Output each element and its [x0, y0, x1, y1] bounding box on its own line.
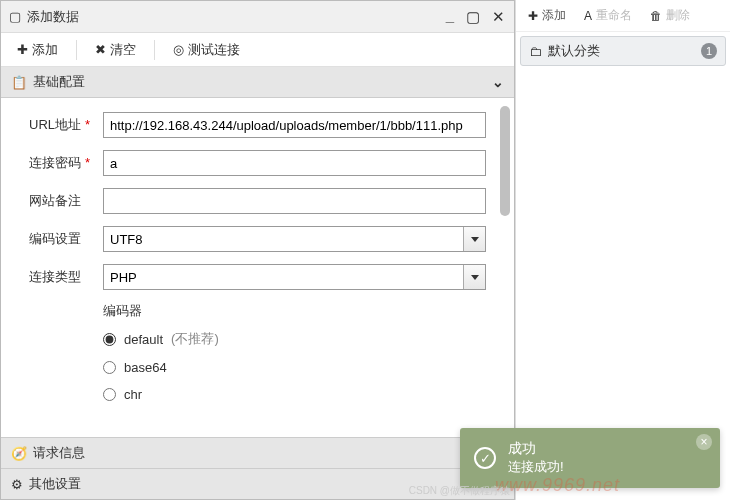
x-icon: ✖: [95, 42, 106, 57]
plus-circle-icon: ✚: [528, 9, 538, 23]
required-mark: *: [85, 117, 90, 132]
test-connection-label: 测试连接: [188, 41, 240, 59]
plus-circle-icon: ✚: [17, 42, 28, 57]
dialog-title: 添加数据: [27, 8, 79, 26]
encoder-option-base64[interactable]: base64: [103, 360, 486, 375]
conn-type-select[interactable]: PHP: [103, 264, 486, 290]
sidebar-rename-button[interactable]: A 重命名: [578, 4, 638, 27]
test-connection-button[interactable]: ◎ 测试连接: [163, 37, 250, 63]
encoder-radio-default[interactable]: [103, 333, 116, 346]
form-scroll-area: URL地址* 连接密码* 网站备注 编码设置 UTF8: [1, 98, 514, 437]
category-item[interactable]: 🗀 默认分类 1: [520, 36, 726, 66]
clear-button-label: 清空: [110, 41, 136, 59]
url-label: URL地址*: [29, 116, 103, 134]
add-data-dialog: ▢ 添加数据 _ ▢ ✕ ✚ 添加 ✖ 清空 ◎ 测试连接: [0, 0, 515, 500]
panel-other-title: 其他设置: [29, 475, 81, 493]
font-icon: A: [584, 9, 592, 23]
add-button[interactable]: ✚ 添加: [7, 37, 68, 63]
encoder-title: 编码器: [103, 302, 486, 320]
add-button-label: 添加: [32, 41, 58, 59]
sidebar-delete-button[interactable]: 🗑 删除: [644, 4, 696, 27]
panel-basic-header[interactable]: 📋 基础配置 ⌄: [1, 67, 514, 98]
encoder-option-chr[interactable]: chr: [103, 387, 486, 402]
dialog-toolbar: ✚ 添加 ✖ 清空 ◎ 测试连接: [1, 33, 514, 67]
window-icon: ▢: [9, 9, 21, 24]
panel-basic-title: 基础配置: [33, 73, 85, 91]
encoding-select[interactable]: UTF8: [103, 226, 486, 252]
scrollbar-thumb[interactable]: [500, 106, 510, 216]
password-input[interactable]: [103, 150, 486, 176]
toast-message: 连接成功!: [508, 458, 564, 476]
category-sidebar: ✚ 添加 A 重命名 🗑 删除 🗀 默认分类 1: [515, 0, 730, 500]
category-name: 默认分类: [548, 42, 600, 60]
conn-type-label: 连接类型: [29, 268, 103, 286]
encoding-label: 编码设置: [29, 230, 103, 248]
toolbar-separator: [154, 40, 155, 60]
sidebar-delete-label: 删除: [666, 7, 690, 24]
encoder-radio-base64[interactable]: [103, 361, 116, 374]
window-close-button[interactable]: ✕: [489, 8, 508, 26]
password-label: 连接密码*: [29, 154, 103, 172]
target-icon: ◎: [173, 42, 184, 57]
browser-icon: 🧭: [11, 446, 27, 461]
gears-icon: ⚙: [11, 477, 23, 492]
encoder-radio-chr[interactable]: [103, 388, 116, 401]
required-mark: *: [85, 155, 90, 170]
sidebar-rename-label: 重命名: [596, 7, 632, 24]
panel-request-title: 请求信息: [33, 444, 85, 462]
toast-title: 成功: [508, 440, 564, 458]
scrollbar[interactable]: [500, 106, 510, 429]
encoder-default-hint: (不推荐): [171, 330, 219, 348]
note-label: 网站备注: [29, 192, 103, 210]
url-input[interactable]: [103, 112, 486, 138]
chevron-down-icon: ⌄: [492, 74, 504, 90]
encoder-default-label: default: [124, 332, 163, 347]
dialog-titlebar: ▢ 添加数据 _ ▢ ✕: [1, 1, 514, 33]
category-count-badge: 1: [701, 43, 717, 59]
panel-other-header[interactable]: ⚙ 其他设置 ⌃: [1, 468, 514, 499]
toolbar-separator: [76, 40, 77, 60]
encoder-chr-label: chr: [124, 387, 142, 402]
panel-request-header[interactable]: 🧭 请求信息 ⌃: [1, 437, 514, 468]
window-minimize-button[interactable]: _: [443, 8, 457, 26]
trash-icon: 🗑: [650, 9, 662, 23]
toast-close-button[interactable]: ×: [696, 434, 712, 450]
sidebar-add-label: 添加: [542, 7, 566, 24]
folder-icon: 🗀: [529, 44, 542, 59]
sidebar-add-button[interactable]: ✚ 添加: [522, 4, 572, 27]
sidebar-toolbar: ✚ 添加 A 重命名 🗑 删除: [516, 0, 730, 32]
note-input[interactable]: [103, 188, 486, 214]
encoder-option-default[interactable]: default (不推荐): [103, 330, 486, 348]
check-icon: ✓: [474, 447, 496, 469]
clipboard-icon: 📋: [11, 75, 27, 90]
clear-button[interactable]: ✖ 清空: [85, 37, 146, 63]
success-toast: ✓ 成功 连接成功! ×: [460, 428, 720, 488]
encoder-base64-label: base64: [124, 360, 167, 375]
window-maximize-button[interactable]: ▢: [463, 8, 483, 26]
